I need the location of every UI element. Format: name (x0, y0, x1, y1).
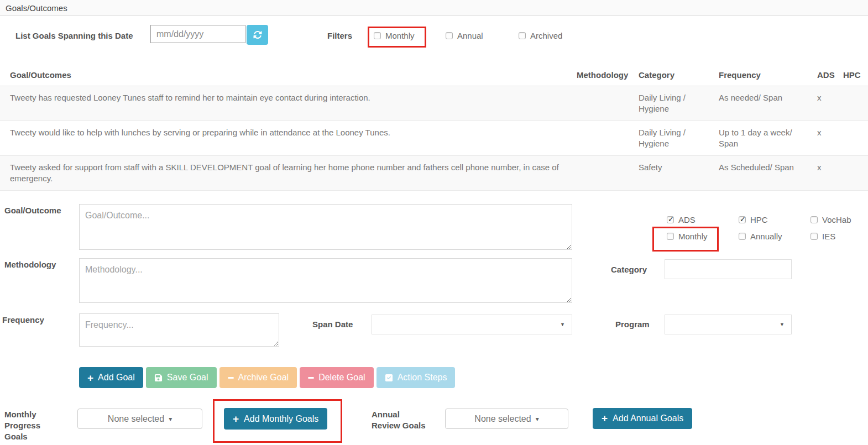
add-goal-label: Add Goal (98, 373, 135, 383)
plus-icon: + (602, 412, 608, 425)
goals-table: Goal/Outcomes Methodology Category Frequ… (0, 64, 868, 191)
minus-icon (228, 377, 234, 379)
save-icon (154, 374, 163, 382)
annually-checkbox[interactable] (739, 233, 746, 240)
section-header-bar: Goals/Outcomes (0, 0, 868, 16)
table-row[interactable]: Tweety would like to help with lunches b… (0, 121, 868, 156)
refresh-icon (253, 30, 262, 39)
caret-down-icon: ▾ (536, 415, 539, 423)
archive-goal-label: Archive Goal (238, 373, 289, 383)
add-annual-goals-label: Add Annual Goals (613, 413, 683, 423)
filter-monthly-label: Monthly (385, 31, 415, 40)
vochab-checkbox-label: VocHab (822, 215, 851, 224)
archive-goal-button[interactable]: Archive Goal (219, 367, 297, 388)
goal-action-buttons: + Add Goal Save Goal Archive Goal Delete… (79, 367, 455, 388)
category-label: Category (611, 265, 647, 274)
check-square-icon (385, 374, 393, 382)
span-date-label: Span Date (312, 320, 353, 329)
span-date-input[interactable] (150, 25, 245, 43)
annual-goals-dropdown-value: None selected (474, 414, 531, 424)
hpc-checkbox-label: HPC (750, 215, 768, 224)
filter-archived-label: Archived (530, 31, 562, 40)
vochab-checkbox[interactable] (811, 216, 818, 223)
ads-cell: x (817, 156, 843, 191)
refresh-button[interactable] (247, 25, 268, 45)
methodology-label: Methodology (4, 260, 56, 269)
hpc-cell (843, 86, 868, 121)
program-select[interactable]: ▼ (665, 315, 792, 334)
delete-goal-label: Delete Goal (318, 373, 365, 383)
col-header-goal: Goal/Outcomes (0, 64, 577, 86)
frequency-cell: As needed/ Span (719, 86, 817, 121)
methodology-cell (577, 156, 639, 191)
ies-checkbox[interactable] (811, 233, 818, 240)
col-header-category: Category (639, 64, 719, 86)
annual-goals-dropdown[interactable]: None selected ▾ (445, 409, 568, 429)
goal-outcome-textarea[interactable] (79, 204, 572, 250)
frequency-label: Frequency (2, 315, 44, 324)
monthly-goals-dropdown-value: None selected (108, 414, 164, 424)
goal-cell: Tweety asked for support from staff with… (0, 156, 577, 191)
ads-checkbox-label: ADS (678, 215, 696, 224)
select-arrow-icon: ▼ (560, 322, 565, 327)
frequency-textarea[interactable] (79, 313, 279, 347)
goals-table-header-row: Goal/Outcomes Methodology Category Frequ… (0, 64, 868, 86)
col-header-hpc: HPC (843, 64, 868, 86)
page-title: Goals/Outcomes (6, 3, 67, 13)
frequency-cell: Up to 1 day a week/ Span (719, 121, 817, 156)
frequency-cell: As Scheduled/ Span (719, 156, 817, 191)
ads-cell: x (817, 121, 843, 156)
col-header-methodology: Methodology (577, 64, 639, 86)
col-header-ads: ADS (817, 64, 843, 86)
action-steps-button[interactable]: Action Steps (377, 367, 456, 388)
goal-outcome-label: Goal/Outcome (4, 206, 61, 215)
caret-down-icon: ▾ (169, 415, 172, 423)
goal-cell: Tweety has requested Looney Tunes staff … (0, 86, 577, 121)
filter-annual-checkbox[interactable] (446, 32, 453, 39)
delete-goal-button[interactable]: Delete Goal (300, 367, 374, 388)
ads-checkbox[interactable] (667, 216, 674, 223)
category-cell: Daily Living / Hygiene (639, 86, 719, 121)
filter-annual-label: Annual (457, 31, 483, 40)
ies-checkbox-label: IES (822, 232, 835, 241)
table-row[interactable]: Tweety asked for support from staff with… (0, 156, 868, 191)
span-date-filter-label: List Goals Spanning this Date (15, 31, 133, 40)
plus-icon: + (233, 413, 239, 425)
hpc-checkbox[interactable] (739, 216, 746, 223)
category-cell: Daily Living / Hygiene (639, 121, 719, 156)
monthly-goals-dropdown[interactable]: None selected ▾ (77, 409, 202, 429)
methodology-textarea[interactable] (79, 258, 572, 303)
col-header-frequency: Frequency (719, 64, 817, 86)
goal-cell: Tweety would like to help with lunches b… (0, 121, 577, 156)
add-goal-button[interactable]: + Add Goal (79, 367, 143, 388)
hpc-cell (843, 156, 868, 191)
action-steps-label: Action Steps (398, 373, 447, 383)
add-monthly-goals-button[interactable]: + Add Monthly Goals (224, 408, 327, 430)
methodology-cell (577, 121, 639, 156)
annually-checkbox-label: Annually (750, 232, 782, 241)
minus-icon (308, 377, 314, 379)
monthly-progress-goals-label: Monthly Progress Goals (4, 409, 57, 442)
table-row[interactable]: Tweety has requested Looney Tunes staff … (0, 86, 868, 121)
monthly-checkbox-label: Monthly (678, 232, 708, 241)
filter-monthly-checkbox[interactable] (374, 32, 381, 39)
hpc-cell (843, 121, 868, 156)
annual-review-goals-label: Annual Review Goals (372, 409, 430, 431)
category-cell: Safety (639, 156, 719, 191)
span-date-select[interactable]: ▼ (372, 315, 572, 334)
monthly-checkbox[interactable] (667, 233, 674, 240)
methodology-cell (577, 86, 639, 121)
ads-cell: x (817, 86, 843, 121)
plus-icon: + (87, 373, 93, 383)
category-input[interactable] (665, 259, 792, 279)
filter-archived-checkbox[interactable] (519, 32, 526, 39)
save-goal-label: Save Goal (167, 373, 208, 383)
add-monthly-goals-label: Add Monthly Goals (244, 414, 318, 424)
save-goal-button[interactable]: Save Goal (146, 367, 217, 388)
select-arrow-icon: ▼ (780, 322, 785, 327)
add-annual-goals-button[interactable]: + Add Annual Goals (593, 408, 692, 429)
program-label: Program (615, 320, 650, 329)
filters-label: Filters (327, 31, 352, 40)
